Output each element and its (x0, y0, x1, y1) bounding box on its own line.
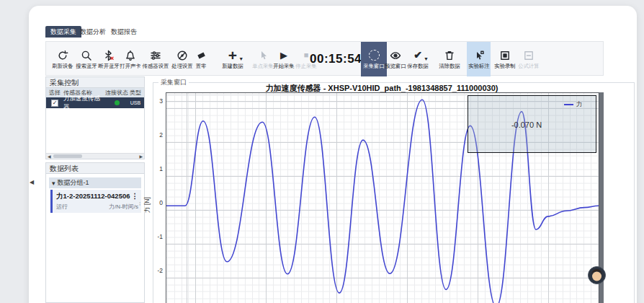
search-icon (81, 49, 92, 61)
button-label: 打开声卡 (120, 63, 140, 69)
disconnect-bluetooth-button[interactable]: 断开蓝牙 (97, 42, 121, 76)
button-label: 采集窗口 (363, 63, 384, 69)
tab-data-report[interactable]: 数据报告 (106, 26, 142, 38)
save-data-button[interactable]: ✔▼ 保存数据 (405, 42, 431, 76)
horizontal-scrollbar[interactable]: ◀ ▶ (46, 153, 144, 159)
start-capture-button[interactable]: ▶ 开始采集 (272, 42, 296, 76)
button-label: 新建数据 (222, 63, 243, 69)
play-icon: ▶ (280, 49, 287, 61)
status-dot-connected (115, 100, 120, 105)
button-label: 清除数据 (439, 63, 460, 69)
refresh-device-button[interactable]: 刷新设备 (50, 42, 75, 76)
ytick-3: 3 (147, 97, 163, 105)
dropdown-caret-icon: ▼ (238, 56, 243, 61)
scroll-left-icon[interactable]: ◀ (48, 154, 51, 159)
sensor-row[interactable]: ✓ 力加速度传感器 USB (46, 97, 144, 108)
assistant-avatar-button[interactable] (588, 266, 606, 284)
ytick-1: 1 (147, 165, 163, 172)
toolbar: 刷新设备 搜索蓝牙 断开蓝牙 打开声卡 传感器设置 处理设置 置零 +▼ 新建数 (45, 41, 604, 76)
bell-icon (125, 49, 136, 61)
formula-calc-button: 公式计算 (516, 42, 541, 76)
refresh-icon (57, 49, 68, 61)
annotate-pointer-icon (473, 49, 485, 61)
dashed-circle-icon (369, 49, 380, 61)
sensor-name: 力加速度传感器 (63, 95, 105, 112)
eraser-icon (195, 49, 207, 61)
button-label: 公式计算 (518, 63, 539, 69)
capture-control-header: 采集控制 (45, 76, 145, 88)
search-bluetooth-button[interactable]: 搜索蓝牙 (74, 42, 99, 76)
col-type: 类型 (128, 89, 143, 97)
new-data-button[interactable]: +▼ 新建数据 (219, 42, 246, 76)
chart-legend: 力 (564, 100, 583, 109)
button-label: 开始采集 (273, 63, 294, 69)
ytick-2: 2 (147, 131, 163, 139)
scrollbar-thumb[interactable] (53, 154, 82, 158)
button-label: 传感器设置 (143, 63, 169, 69)
sensor-table: 选择 传感器名称 连接状态 类型 ✓ 力加速度传感器 USB ◀ ▶ (45, 88, 145, 159)
value-annotation: -0.070 N (483, 120, 570, 129)
clear-data-button[interactable]: 清除数据 (437, 42, 462, 76)
ytick-neg2: -2 (147, 267, 163, 274)
sensor-checkbox[interactable]: ✓ (51, 100, 58, 107)
sensor-settings-icon (150, 49, 161, 61)
hand-pointer-icon (257, 49, 269, 61)
legend-line-swatch (564, 104, 573, 105)
timer-display: 00:15:54 (310, 42, 357, 76)
data-list-header: 数据列表 (45, 162, 145, 174)
button-label: 置零 (196, 63, 207, 69)
col-status: 连接状态 (105, 89, 128, 97)
data-list-item[interactable]: 力1-2-20251112-042506 ⋮ 运行 力/N-时间/s (50, 190, 141, 213)
app-window: 数据采集 数据分析 数据报告 刷新设备 搜索蓝牙 断开蓝牙 打开声卡 传感器设置… (0, 0, 644, 303)
open-soundcard-button[interactable]: 打开声卡 (118, 42, 143, 76)
button-label: 搜索蓝牙 (76, 63, 97, 69)
legend-label: 力 (576, 100, 583, 109)
avatar-face-icon (589, 267, 605, 284)
sensor-type: USB (128, 100, 143, 105)
plus-icon: +▼ (228, 49, 237, 61)
button-label: 刷新设备 (52, 63, 73, 69)
sensor-settings-button[interactable]: 传感器设置 (140, 42, 171, 76)
data-list-panel: ▾ 数据分组-1 力1-2-20251112-042506 ⋮ 运行 力/N-时… (45, 174, 145, 303)
data-item-axes: 力/N-时间/s (109, 203, 138, 211)
sidebar-collapse-handle[interactable]: ◀ (30, 179, 34, 185)
data-item-name: 力1-2-20251112-042506 (56, 192, 130, 201)
annotate-button[interactable]: 实验标注 (467, 42, 491, 76)
record-frame-icon (499, 49, 511, 61)
formula-square-icon (523, 49, 535, 61)
button-label: 实验录制 (494, 63, 515, 69)
eye-icon (390, 49, 401, 61)
dropdown-caret-icon: ▼ (424, 56, 429, 61)
data-item-status: 运行 (56, 203, 68, 211)
data-group-row[interactable]: ▾ 数据分组-1 (49, 177, 141, 188)
scroll-right-icon[interactable]: ▶ (139, 154, 143, 159)
button-label: 实验标注 (468, 63, 489, 69)
compass-icon (176, 49, 188, 61)
button-label: 保存数据 (407, 63, 428, 69)
check-icon: ✔▼ (413, 49, 422, 61)
experiment-record-button[interactable]: 实验录制 (493, 42, 517, 76)
ytick-neg1: -1 (147, 233, 163, 240)
chart-plot-area[interactable]: -0.070 N 力 (166, 92, 599, 303)
button-label: 单点采集 (252, 63, 273, 69)
y-axis-label: 力 [N] (143, 189, 152, 221)
stop-icon: ■ (304, 49, 309, 61)
item-menu-icon[interactable]: ⋮ (132, 192, 139, 201)
bluetooth-off-icon (103, 49, 115, 61)
zero-set-button[interactable]: 置零 (190, 42, 212, 76)
button-label: 断开蓝牙 (98, 63, 119, 69)
button-label: 预览窗口 (385, 63, 406, 69)
group-label: 数据分组-1 (58, 178, 89, 188)
trash-icon (444, 49, 455, 61)
list-scroll-dots[interactable]: ⁞ (139, 203, 140, 206)
group-collapse-icon[interactable]: ▾ (52, 180, 55, 187)
col-select: 选择 (46, 89, 63, 97)
